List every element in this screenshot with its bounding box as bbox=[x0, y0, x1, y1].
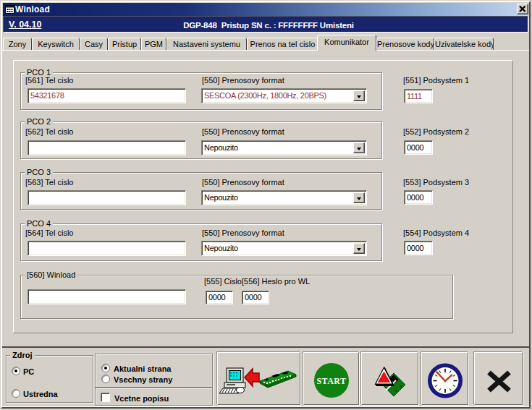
svg-text:START: START bbox=[316, 376, 346, 386]
